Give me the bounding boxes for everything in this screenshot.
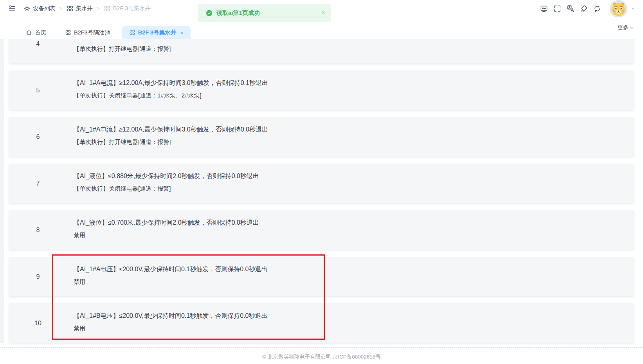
avatar[interactable] <box>610 0 627 18</box>
rule-action: 【单次执行】打开继电器[通道：报警] <box>74 44 171 54</box>
monitor-icon[interactable] <box>540 5 548 13</box>
rule-action: 禁用 <box>74 324 85 333</box>
rule-condition: 【AI_1#B电压】≤200.0V,最少保持时间0.1秒触发，否则保持0.0秒退… <box>74 311 267 321</box>
rule-action: 【单次执行】关闭继电器[通道：1#水泵、2#水泵] <box>74 91 202 100</box>
success-check-icon <box>206 10 213 16</box>
success-toast: 读取ai第1页成功 × <box>198 4 331 22</box>
tab-label: B2F3号隔油池 <box>74 29 110 36</box>
breadcrumb: 设备列表 > 集水井 > B2F 3号集水井 <box>23 5 151 12</box>
rule-row[interactable]: 9 【AI_1#A电压】≤200.0V,最少保持时间0.1秒触发，否则保持0.0… <box>9 257 634 296</box>
breadcrumb-item[interactable]: 设备列表 <box>23 5 56 12</box>
rule-action: 【单次执行】关闭继电器[通道：报警] <box>74 184 171 193</box>
rule-row[interactable]: 6 【AI_1#A电流】≥12.00A,最少保持时间3.0秒触发，否则保持0.0… <box>9 117 634 157</box>
translate-icon[interactable] <box>567 5 575 13</box>
tab-1[interactable]: B2F3号隔油池 <box>58 26 117 39</box>
breadcrumb-label: B2F 3号集水井 <box>113 5 151 12</box>
sidebar-fold-icon[interactable] <box>8 5 16 13</box>
tab-2[interactable]: B2F 3号集水井 × <box>122 26 191 39</box>
breadcrumb-label: 集水井 <box>76 5 93 12</box>
user-menu-chevron-down-icon[interactable] <box>630 6 636 11</box>
rule-condition: 【AI_1#A电流】≥12.00A,最少保持时间3.0秒触发，否则保持0.1秒退… <box>74 78 268 88</box>
tab-label: 首页 <box>35 29 46 36</box>
rule-number: 6 <box>9 117 67 157</box>
rule-action: 【单次执行】打开继电器[通道：报警] <box>74 137 171 147</box>
rule-row[interactable]: 7 【AI_液位】≤0.880米,最少保持时间2.0秒触发，否则保持0.0秒退出… <box>9 164 634 203</box>
toast-message: 读取ai第1页成功 <box>216 9 260 17</box>
rule-number: 5 <box>9 70 67 110</box>
rule-condition: 【AI_1#A电压】≤200.0V,最少保持时间0.1秒触发，否则保持0.0秒退… <box>74 265 267 274</box>
grid-icon <box>129 29 135 36</box>
rule-row[interactable]: 8 【AI_液位】≤0.700米,最少保持时间2.0秒触发，否则保持0.0秒退出… <box>9 210 634 250</box>
rule-number: 10 <box>9 303 67 343</box>
rule-number: 9 <box>9 257 67 296</box>
rule-action: 禁用 <box>74 231 85 240</box>
header-action-icons <box>540 5 607 13</box>
breadcrumb-item[interactable]: 集水井 <box>67 5 93 12</box>
brush-icon[interactable] <box>580 5 588 13</box>
rule-action: 禁用 <box>74 277 85 287</box>
chevron-down-icon <box>630 26 634 31</box>
footer-divider <box>0 347 643 348</box>
grid-icon <box>104 5 111 12</box>
fullscreen-icon[interactable] <box>553 5 561 13</box>
header-actions <box>540 0 643 17</box>
more-tabs-button[interactable]: 更多 <box>618 24 634 31</box>
rule-number: 7 <box>9 164 67 203</box>
tab-label: B2F 3号集水井 <box>138 29 177 36</box>
rule-condition: 【AI_1#A电流】≥12.00A,最少保持时间3.0秒触发，否则保持0.0秒退… <box>74 125 268 134</box>
toast-close-icon[interactable]: × <box>321 9 325 16</box>
content-left-gutter <box>0 39 4 343</box>
home-icon <box>26 29 32 36</box>
breadcrumb-separator: > <box>59 5 63 11</box>
breadcrumb-label: 设备列表 <box>33 5 56 12</box>
refresh-icon[interactable] <box>593 5 601 13</box>
rule-number: 8 <box>9 210 67 250</box>
breadcrumb-separator: > <box>97 5 100 11</box>
tab-0[interactable]: 首页 <box>19 26 53 39</box>
rule-row[interactable]: 5 【AI_1#A电流】≥12.00A,最少保持时间3.0秒触发，否则保持0.1… <box>9 70 634 110</box>
rule-row[interactable]: 10 【AI_1#B电压】≤200.0V,最少保持时间0.1秒触发，否则保持0.… <box>9 303 634 343</box>
grid-icon <box>67 5 74 12</box>
rule-condition: 【AI_液位】≤0.880米,最少保持时间2.0秒触发，否则保持0.0秒退出 <box>74 171 259 181</box>
grid-icon <box>65 29 71 36</box>
breadcrumb-item[interactable]: B2F 3号集水井 <box>104 5 151 12</box>
rule-condition: 【AI_液位】≤0.700米,最少保持时间2.0秒触发，否则保持0.0秒退出 <box>74 218 259 227</box>
more-label: 更多 <box>618 24 629 31</box>
tabs: 首页 B2F3号隔油池 B2F 3号集水井 × <box>19 26 195 39</box>
close-tab-icon[interactable]: × <box>180 29 184 36</box>
gear-icon <box>23 5 31 12</box>
footer-copyright: © 北京聚英翱翔电子有限公司 京ICP备08002618号 <box>0 353 643 360</box>
